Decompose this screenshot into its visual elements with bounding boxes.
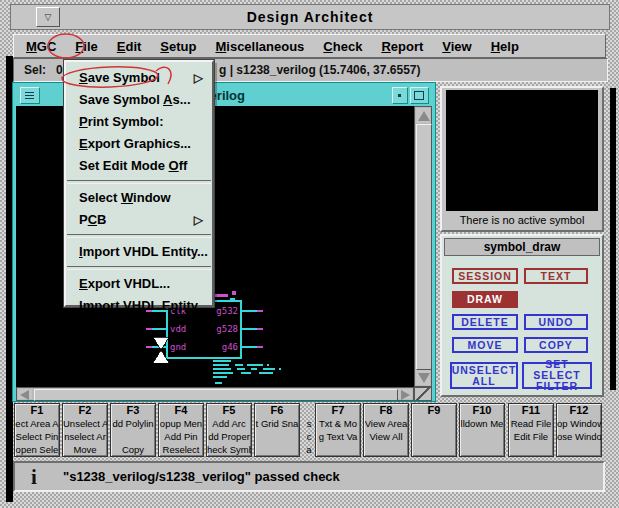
scroll-up-button[interactable] [416, 108, 430, 123]
maximize-button[interactable] [410, 87, 429, 104]
fkey-command-label: Read File [509, 417, 553, 430]
fkey-button-f4[interactable]: F4opup MenAdd PinReselect [158, 403, 204, 457]
palette-button-draw[interactable]: DRAW [452, 291, 518, 308]
message-text: "s1238_verilog/s1238_verilog" passed che… [63, 469, 340, 484]
menubar-item-help[interactable]: Help [488, 37, 522, 56]
fkey-command-label: View All [364, 430, 408, 443]
palette-button-move[interactable]: MOVE [452, 337, 518, 353]
palette-button-session[interactable]: SESSION [452, 268, 518, 284]
palette-button-undo[interactable]: UNDO [524, 314, 588, 330]
arrow-right-icon [401, 390, 410, 400]
fkey-button-f1[interactable]: F1ect Area ASelect Pinopen Sele [14, 403, 60, 457]
arrow-left-icon [20, 390, 29, 400]
file-menu-item-export-vhdl[interactable]: Export VHDL... [66, 273, 212, 295]
preview-status-text: There is no active symbol [442, 214, 602, 226]
menubar-item-setup[interactable]: Setup [157, 37, 199, 56]
window-title: Design Architect [247, 9, 374, 25]
menubar-item-miscellaneous[interactable]: Miscellaneous [212, 37, 307, 56]
file-menu-item-import-vhdl-entity[interactable]: Import VHDL Entity... [66, 295, 212, 317]
info-icon: i [31, 465, 37, 490]
file-menu-item-export-graphics[interactable]: Export Graphics... [66, 133, 212, 155]
fkey-button-f9[interactable]: F9 [411, 403, 457, 457]
fkey-command-label: Copy [111, 443, 155, 456]
horizontal-scroll-thumb[interactable] [34, 389, 398, 401]
vertical-scrollbar[interactable] [414, 106, 432, 387]
scroll-down-button[interactable] [416, 370, 430, 385]
selection-count-value: 0 [56, 63, 63, 77]
symbol-preview-canvas [446, 90, 598, 211]
file-menu-item-set-edit-mode-off[interactable]: Set Edit Mode Off [66, 155, 212, 177]
minimize-icon [398, 94, 401, 97]
menu-separator [67, 266, 211, 270]
fkey-command-label: View Area [364, 417, 408, 430]
fkey-command-label [460, 443, 504, 456]
file-menu-item-save-symbol[interactable]: Save Symbol▷ [66, 67, 212, 89]
menubar-item-edit[interactable]: Edit [114, 37, 145, 56]
file-menu-item-print-symbol[interactable]: Print Symbol: [66, 111, 212, 133]
fkey-command-label [412, 443, 456, 456]
palette-button-set-select-filter[interactable]: SET SELECT FILTER [522, 362, 592, 389]
palette-button-copy[interactable]: COPY [524, 337, 588, 353]
fkey-button-f12[interactable]: F12op Windowose Windo [556, 403, 602, 457]
minimize-button[interactable] [392, 87, 408, 104]
context-location-text: g | s1238_verilog (15.7406, 37.6557) [219, 63, 421, 77]
menubar-item-file[interactable]: File [72, 37, 100, 56]
fkey-command-label: dd Proper [207, 430, 251, 443]
arrow-up-icon [418, 111, 430, 121]
fkey-button-f11[interactable]: F11Read FileEdit File [508, 403, 554, 457]
palette-titlebar[interactable]: symbol_draw [444, 238, 600, 256]
pin-label: gnd [170, 342, 186, 352]
fkey-command-label [111, 430, 155, 443]
desktop-gap-right [610, 88, 616, 390]
vertical-scroll-thumb[interactable] [416, 124, 432, 370]
resize-corner[interactable] [414, 387, 432, 401]
palette-button-delete[interactable]: DELETE [452, 314, 518, 330]
fkey-command-label: heck Symb [207, 443, 251, 456]
fkey-strip-clipped-label[interactable]: sca [303, 417, 315, 459]
file-menu-item-import-vhdl-entity[interactable]: Import VHDL Entity... [66, 241, 212, 263]
pin-label: g532 [216, 306, 238, 316]
scroll-right-button[interactable] [398, 389, 412, 399]
fkey-button-f10[interactable]: F10lldown Me [459, 403, 505, 457]
fkey-button-f2[interactable]: F2Unselect Anselect ArMove [62, 403, 108, 457]
menubar-item-mgc[interactable]: MGC [23, 37, 59, 56]
fkey-command-label [316, 443, 360, 456]
fkey-button-f7[interactable]: F7Txt & Mog Text Va [315, 403, 361, 457]
fkey-command-label [412, 417, 456, 430]
fkey-label: F2 [63, 404, 107, 417]
fkey-command-label: Move [63, 443, 107, 456]
file-menu-item-save-symbol-as[interactable]: Save Symbol As... [66, 89, 212, 111]
file-menu-item-pcb[interactable]: PCB▷ [66, 209, 212, 231]
triangle-down-icon: ▽ [45, 12, 52, 22]
fkey-command-label: Add Arc [207, 417, 251, 430]
horizontal-scrollbar[interactable] [16, 387, 414, 401]
message-bar: i "s1238_verilog/s1238_verilog" passed c… [13, 461, 605, 492]
fkey-strip-letter: s [303, 417, 315, 430]
fkey-command-label [412, 430, 456, 443]
menubar-item-check[interactable]: Check [320, 37, 365, 56]
menubar-item-view[interactable]: View [439, 37, 474, 56]
fkey-command-label [509, 443, 553, 456]
window-menu-icon[interactable]: ▽ [36, 7, 60, 27]
palette-button-text[interactable]: TEXT [524, 268, 588, 284]
tiny-text-lines [213, 361, 281, 383]
fkey-command-label: Unselect A [63, 417, 107, 430]
fkey-button-f6[interactable]: F6t Grid Sna [254, 403, 300, 457]
fkey-command-label: Add Pin [159, 430, 203, 443]
fkey-button-f3[interactable]: F3dd PolylinCopy [110, 403, 156, 457]
fkey-command-label [255, 443, 299, 456]
menubar-item-report[interactable]: Report [378, 37, 426, 56]
fkey-command-label [460, 430, 504, 443]
palette-button-unselect-all[interactable]: UNSELECT ALL [450, 362, 518, 389]
fkey-command-label [255, 430, 299, 443]
fkey-command-label: dd Polylin [111, 417, 155, 430]
fkey-label: F7 [316, 404, 360, 417]
window-titlebar[interactable]: Design Architect [10, 4, 610, 30]
file-menu-item-select-window[interactable]: Select Window [66, 187, 212, 209]
fkey-button-f8[interactable]: F8View AreaView All [363, 403, 409, 457]
cascade-arrow-icon: ▷ [194, 67, 203, 89]
scroll-left-button[interactable] [18, 389, 32, 399]
fkey-label: F10 [460, 404, 504, 417]
fkey-command-label: opup Men [159, 417, 203, 430]
fkey-button-f5[interactable]: F5Add Arcdd Properheck Symb [206, 403, 252, 457]
